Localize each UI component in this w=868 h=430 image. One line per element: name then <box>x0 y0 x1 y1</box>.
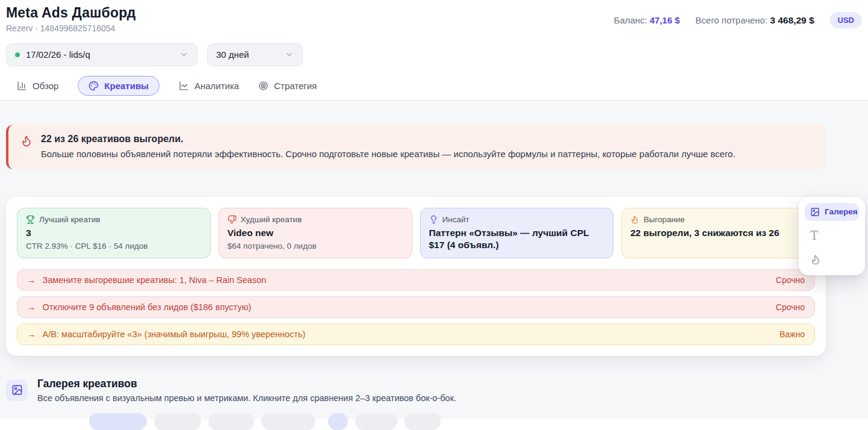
image-icon <box>810 207 820 217</box>
gallery-section-description: Все объявления с визуальным превью и мет… <box>37 393 456 403</box>
tab-bar: Обзор Креативы Аналитика Стратегия <box>0 72 868 101</box>
header-titles: Meta Ads Дашборд Rezerv · 14849968257160… <box>6 5 136 33</box>
flame-icon <box>20 135 33 159</box>
stat-card-label: Лучший креатив <box>39 215 101 224</box>
burnout-alert-text: 22 из 26 креативов выгорели. Больше поло… <box>41 134 736 159</box>
bar-chart-icon <box>17 81 27 91</box>
recommendation-text: Замените выгоревшие креативы: 1, Niva – … <box>43 275 267 285</box>
flame-icon <box>630 215 639 224</box>
filter-chip[interactable] <box>355 413 397 430</box>
filter-row: 17/02/26 - lids/q 30 дней <box>6 43 862 66</box>
nav-item-texts[interactable]: T <box>805 226 859 245</box>
burnout-alert-description: Больше половины объявлений потеряли эффе… <box>41 149 736 159</box>
palette-icon <box>88 81 99 91</box>
nav-item-burnout[interactable] <box>805 250 859 269</box>
burnout-alert-title: 22 из 26 креативов выгорели. <box>41 134 736 145</box>
tab-overview[interactable]: Обзор <box>17 81 58 91</box>
currency-badge: USD <box>830 12 862 28</box>
filter-chip[interactable] <box>261 413 315 430</box>
line-chart-icon <box>179 81 189 91</box>
recommendation-ab-scale[interactable]: → A/B: масштабируйте «3» (значимый выигр… <box>17 323 815 345</box>
spent-metric: Всего потрачено: 3 468,29 $ <box>695 15 814 26</box>
period-select[interactable]: 30 дней <box>207 43 303 66</box>
stat-card-value: Паттерн «Отзывы» — лучший CPL $17 (4 объ… <box>429 227 605 251</box>
stat-card-value: 22 выгорели, 3 снижаются из 26 <box>630 227 806 239</box>
worst-creative-card: Худший креатив Video new $64 потрачено, … <box>219 208 412 258</box>
balance-label: Баланс: <box>614 15 647 25</box>
section-nav-panel: Галерея T <box>799 197 865 275</box>
balance-metric: Баланс: 47,16 $ <box>614 15 680 25</box>
stat-card-label: Худший креатив <box>241 215 302 224</box>
priority-badge: Важно <box>780 329 805 339</box>
recommendation-disable-no-leads[interactable]: → Отключите 9 объявлений без лидов ($186… <box>17 296 815 318</box>
tab-label: Креативы <box>104 81 149 91</box>
tab-analytics[interactable]: Аналитика <box>179 81 239 91</box>
gallery-icon-box <box>6 379 28 401</box>
filter-chip[interactable] <box>328 413 348 430</box>
spent-value: 3 468,29 $ <box>770 15 814 25</box>
lightbulb-icon <box>429 215 438 224</box>
active-status-dot <box>15 52 20 57</box>
spent-label: Всего потрачено: <box>695 15 767 25</box>
gallery-section-title: Галерея креативов <box>37 378 456 390</box>
stat-card-value: 3 <box>26 227 202 239</box>
stat-card-detail: CTR 2.93% · CPL $16 · 54 лидов <box>26 241 202 251</box>
page-title: Meta Ads Дашборд <box>6 5 136 22</box>
recommendations-list: → Замените выгоревшие креативы: 1, Niva … <box>17 269 815 345</box>
flame-icon <box>810 254 821 265</box>
stat-card-detail: $64 потрачено, 0 лидов <box>228 241 403 251</box>
burnout-card: Выгорание 22 выгорели, 3 снижаются из 26 <box>621 208 815 258</box>
arrow-right-icon: → <box>27 302 36 312</box>
burnout-alert-banner: 22 из 26 креативов выгорели. Больше поло… <box>6 125 826 169</box>
nav-item-label: Галерея <box>825 207 858 216</box>
tab-label: Стратегия <box>274 81 317 91</box>
filter-chip[interactable] <box>154 413 201 430</box>
account-id: Rezerv · 1484996825716054 <box>6 23 136 33</box>
chevron-down-icon <box>179 50 188 59</box>
priority-badge: Срочно <box>776 275 805 285</box>
top-bar: Meta Ads Дашборд Rezerv · 14849968257160… <box>0 0 868 101</box>
header-metrics: Баланс: 47,16 $ Всего потрачено: 3 468,2… <box>614 12 862 28</box>
thumbs-down-icon <box>228 215 237 224</box>
tab-label: Обзор <box>33 81 58 91</box>
summary-cards-grid: Лучший креатив 3 CTR 2.93% · CPL $16 · 5… <box>17 208 815 258</box>
stat-card-label: Инсайт <box>442 215 470 224</box>
filter-chip[interactable] <box>89 413 147 430</box>
meta-ads-dashboard-page: Meta Ads Дашборд Rezerv · 14849968257160… <box>0 0 868 430</box>
recommendation-text: A/B: масштабируйте «3» (значимый выигрыш… <box>43 329 306 339</box>
target-icon <box>258 81 268 91</box>
best-creative-card: Лучший креатив 3 CTR 2.93% · CPL $16 · 5… <box>17 208 211 258</box>
period-select-value: 30 дней <box>216 49 249 60</box>
recommendation-replace-burned[interactable]: → Замените выгоревшие креативы: 1, Niva … <box>17 269 815 291</box>
arrow-right-icon: → <box>27 275 36 285</box>
trophy-icon <box>26 215 35 224</box>
priority-badge: Срочно <box>776 302 805 312</box>
campaign-select-value: 17/02/26 - lids/q <box>26 49 90 60</box>
tab-creatives[interactable]: Креативы <box>78 76 160 96</box>
balance-value: 47,16 $ <box>649 15 680 25</box>
tab-label: Аналитика <box>194 81 239 91</box>
tab-strategy[interactable]: Стратегия <box>258 81 317 91</box>
insight-card: Инсайт Паттерн «Отзывы» — лучший CPL $17… <box>420 208 614 258</box>
stat-card-value: Video new <box>228 227 403 239</box>
filter-chip[interactable] <box>405 413 441 430</box>
recommendation-text: Отключите 9 объявлений без лидов ($186 в… <box>43 302 252 312</box>
gallery-section-header: Галерея креативов Все объявления с визуа… <box>6 378 456 403</box>
filter-chip[interactable] <box>208 413 254 430</box>
campaign-select[interactable]: 17/02/26 - lids/q <box>6 43 197 66</box>
text-icon: T <box>810 230 818 241</box>
creatives-summary-card: Лучший креатив 3 CTR 2.93% · CPL $16 · 5… <box>6 197 826 356</box>
header: Meta Ads Дашборд Rezerv · 14849968257160… <box>0 0 868 33</box>
creatives-tab-content: 22 из 26 креативов выгорели. Больше поло… <box>0 101 868 419</box>
stat-card-label: Выгорание <box>643 215 684 224</box>
gallery-header-text: Галерея креативов Все объявления с визуа… <box>37 378 456 403</box>
image-icon <box>11 384 23 396</box>
nav-item-gallery[interactable]: Галерея <box>805 203 859 221</box>
chevron-down-icon <box>285 50 294 59</box>
arrow-right-icon: → <box>27 329 36 339</box>
